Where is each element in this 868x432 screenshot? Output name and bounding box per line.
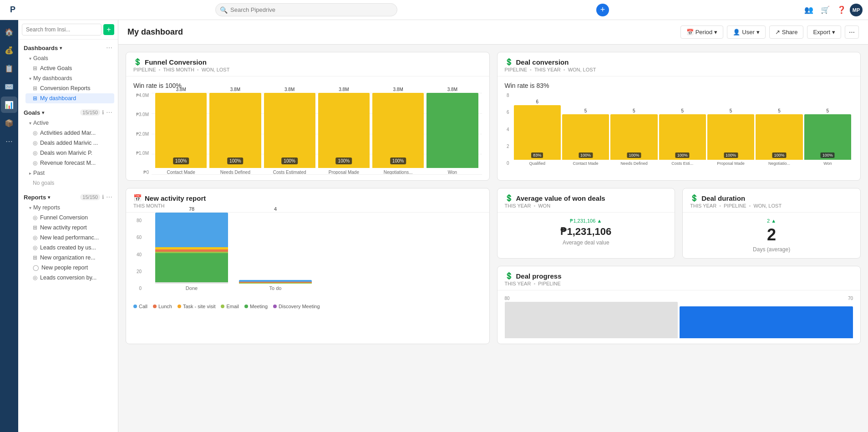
- avg-deal-sublabel: Average deal value: [505, 239, 668, 246]
- export-button[interactable]: Export ▾: [807, 25, 841, 39]
- dollar-icon-3: 💲: [505, 194, 513, 202]
- sidebar-search-input[interactable]: [22, 24, 102, 36]
- reports-section: Reports ▾ 15/150 ℹ ⋯ ▾ My reports ◎ Funn…: [18, 189, 118, 284]
- deal-conv-subtitle: PIPELINE • THIS YEAR • WON, LOST: [505, 67, 853, 72]
- sidebar-item-deals-won[interactable]: ◎ Deals won Marivic P.: [25, 148, 114, 158]
- page-title: My dashboard: [127, 27, 183, 37]
- avg-deal-subtitle: THIS YEAR • WON: [505, 203, 668, 208]
- share-button[interactable]: ↗ Share: [769, 25, 804, 39]
- deal-progress-chart: [505, 302, 853, 338]
- nav-mail[interactable]: ✉️: [1, 78, 17, 95]
- reports-info-icon[interactable]: ℹ: [102, 194, 104, 200]
- sidebar-search-container: +: [18, 20, 118, 40]
- avg-deal-header: 💲 Average value of won deals THIS YEAR •…: [497, 188, 675, 213]
- bar-proposal[interactable]: 100%: [318, 93, 370, 168]
- deal-conv-header: 💲 Deal conversion PIPELINE • THIS YEAR •…: [497, 52, 861, 76]
- person-icon: ◯: [33, 264, 39, 271]
- nav-insights[interactable]: 📊: [1, 97, 17, 113]
- sidebar-item-funnel-conversion[interactable]: ◎ Funnel Conversion: [25, 213, 114, 223]
- avg-deal-title: 💲 Average value of won deals: [505, 194, 668, 202]
- add-button[interactable]: +: [596, 4, 609, 16]
- stacked-bar-todo[interactable]: [239, 280, 312, 284]
- grid-icon: ⊞: [33, 65, 37, 71]
- user-button[interactable]: 👤 User ▾: [727, 25, 765, 39]
- goals-more-icon[interactable]: ⋯: [106, 109, 112, 116]
- progress-bar-blue: [680, 306, 853, 338]
- funnel-card-header: 💲 Funnel Conversion PIPELINE • THIS MONT…: [126, 52, 489, 76]
- sidebar-item-conversion-reports[interactable]: ⊞ Conversion Reports: [25, 83, 114, 93]
- goals-info-icon[interactable]: ℹ: [102, 109, 104, 116]
- goals-sub-header[interactable]: ▾ Goals: [25, 53, 114, 63]
- circle-icon-5: ◎: [33, 214, 37, 221]
- reports-more-icon[interactable]: ⋯: [106, 193, 112, 201]
- grid-icon-5: ⊞: [33, 254, 37, 261]
- nav-deals[interactable]: 💰: [1, 42, 17, 58]
- segment-other: [155, 282, 228, 284]
- nav-more[interactable]: ⋯: [1, 133, 17, 149]
- sidebar-item-leads-created[interactable]: ◎ Leads created by us...: [25, 243, 114, 253]
- dashboards-section: Dashboards ▾ ⋯ ▾ Goals ⊞ Active Goals ▾ …: [18, 40, 118, 104]
- deal-bar-needs: 5 100% Needs Defined: [610, 108, 657, 166]
- global-search-input[interactable]: [215, 3, 397, 16]
- sidebar-item-deals-added[interactable]: ◎ Deals added Marivic ...: [25, 138, 114, 148]
- active-sub-header[interactable]: ▾ Active: [25, 118, 114, 128]
- activity-report-card: 📅 New activity report THIS MONTH 80 60 4…: [126, 188, 490, 344]
- bar-contact[interactable]: 100%: [155, 93, 207, 168]
- dashboards-more-icon[interactable]: ⋯: [106, 44, 112, 51]
- deal-conversion-card: 💲 Deal conversion PIPELINE • THIS YEAR •…: [497, 52, 861, 181]
- nav-home[interactable]: 🏠: [1, 24, 17, 40]
- progress-bar-gray: [505, 302, 678, 338]
- my-reports-sub-header[interactable]: ▾ My reports: [25, 203, 114, 213]
- help-icon[interactable]: ❓: [837, 5, 846, 14]
- sidebar-item-leads-conversion[interactable]: ◎ Leads conversion by...: [25, 273, 114, 283]
- user-avatar[interactable]: MP: [850, 4, 863, 16]
- circle-icon-4: ◎: [33, 160, 37, 166]
- activity-chart-legend: Call Lunch Task - site visit Email: [133, 300, 482, 309]
- search-icon: 🔍: [220, 6, 228, 14]
- deal-duration-card: 💲 Deal duration THIS YEAR • PIPELINE • W…: [682, 188, 861, 259]
- reports-section-header[interactable]: Reports ▾ 15/150 ℹ ⋯: [22, 192, 114, 203]
- sidebar-item-new-org[interactable]: ⊞ New organization re...: [25, 253, 114, 263]
- reports-chevron: ▾: [48, 195, 50, 200]
- goals-chevron: ▾: [42, 110, 44, 115]
- circle-icon-1: ◎: [33, 130, 37, 136]
- deal-bar-costs: 5 100% Costs Esti...: [659, 108, 706, 166]
- deal-bar-negotiations: 5 100% Negotiatio...: [756, 108, 802, 166]
- bar-costs[interactable]: 100%: [264, 93, 315, 168]
- avg-deal-value: ₱1,231,106: [505, 226, 668, 238]
- more-options-button[interactable]: ⋯: [845, 25, 859, 39]
- circle-icon-7: ◎: [33, 244, 37, 251]
- segment-email-2: [239, 283, 312, 284]
- contacts-icon[interactable]: 👥: [804, 5, 813, 14]
- sidebar-item-activities-added[interactable]: ◎ Activities added Mar...: [25, 128, 114, 138]
- nav-activities[interactable]: 📋: [1, 60, 17, 76]
- sidebar-item-new-people[interactable]: ◯ New people report: [25, 263, 114, 273]
- marketplace-icon[interactable]: 🛒: [821, 5, 830, 14]
- sidebar-item-revenue-forecast[interactable]: ◎ Revenue forecast M...: [25, 158, 114, 168]
- sidebar-item-active-goals[interactable]: ⊞ Active Goals: [25, 63, 114, 73]
- grid-icon-4: ⊞: [33, 224, 37, 231]
- deal-conv-win-rate: Win rate is 83%: [505, 82, 853, 89]
- my-dashboards-sub-header[interactable]: ▾ My dashboards: [25, 73, 114, 83]
- goals-section-header[interactable]: Goals ▾ 15/150 ℹ ⋯: [22, 107, 114, 118]
- dashboards-header[interactable]: Dashboards ▾ ⋯: [22, 42, 114, 53]
- dashboards-chevron: ▾: [60, 46, 62, 51]
- main-header: My dashboard 📅 Period ▾ 👤 User ▾ ↗ Share…: [118, 20, 868, 45]
- stacked-bar-done[interactable]: [155, 213, 228, 284]
- sidebar-item-new-activity[interactable]: ⊞ New activity report: [25, 223, 114, 233]
- deal-progress-subtitle: THIS YEAR • PIPELINE: [505, 281, 853, 286]
- past-sub-header[interactable]: ▸ Past: [25, 168, 114, 178]
- nav-products[interactable]: 📦: [1, 115, 17, 131]
- sidebar-add-button[interactable]: +: [103, 24, 114, 35]
- deal-duration-trend: 2 ▲: [690, 218, 853, 224]
- legend-lunch: Lunch: [153, 304, 172, 309]
- grid-icon-3: ⊞: [33, 95, 37, 102]
- legend-meeting: Meeting: [244, 304, 268, 309]
- bar-negotiations[interactable]: 100%: [372, 93, 424, 168]
- bar-needs[interactable]: 100%: [209, 93, 261, 168]
- sidebar-item-new-lead-perf[interactable]: ◎ New lead performanc...: [25, 233, 114, 243]
- bar-won[interactable]: [426, 93, 478, 168]
- dollar-icon-2: 💲: [505, 58, 513, 66]
- sidebar-item-my-dashboard[interactable]: ⊞ My dashboard: [25, 93, 114, 103]
- period-button[interactable]: 📅 Period ▾: [680, 25, 724, 39]
